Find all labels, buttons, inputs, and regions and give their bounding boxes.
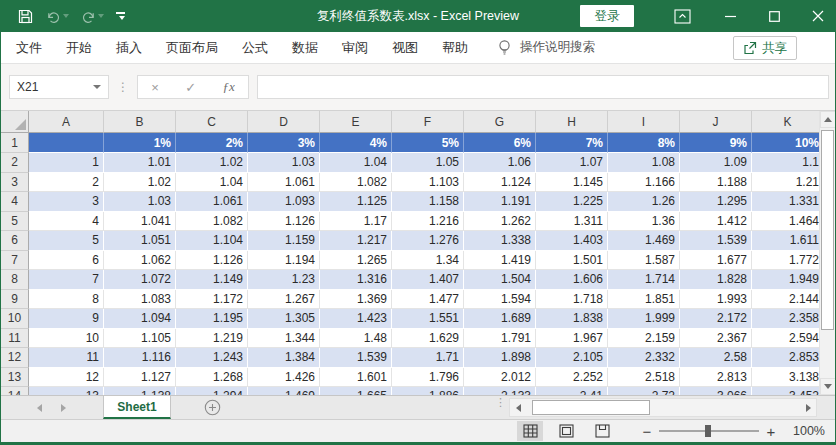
grid-cell-E12[interactable]: 1.539 <box>320 348 392 368</box>
grid-cell-C13[interactable]: 1.268 <box>176 368 248 388</box>
grid-cell-A9[interactable]: 8 <box>29 290 104 310</box>
name-box-dropdown-icon[interactable] <box>93 85 101 89</box>
grid-cell-H13[interactable]: 2.252 <box>536 368 608 388</box>
grid-cell-A12[interactable]: 11 <box>29 348 104 368</box>
grid-cell-A10[interactable]: 9 <box>29 309 104 329</box>
sheet-tab-sheet1[interactable]: Sheet1 <box>103 396 171 419</box>
enter-entry-icon[interactable]: ✓ <box>185 80 196 95</box>
grid-cell-B2[interactable]: 1.01 <box>104 153 176 173</box>
grid-cell-B13[interactable]: 1.127 <box>104 368 176 388</box>
grid-cell-D6[interactable]: 1.159 <box>248 231 320 251</box>
new-sheet-button[interactable] <box>204 399 221 416</box>
grid-cell-C3[interactable]: 1.04 <box>176 173 248 193</box>
grid-cell-H3[interactable]: 1.145 <box>536 173 608 193</box>
save-button[interactable] <box>13 3 38 29</box>
grid-cell-G5[interactable]: 1.262 <box>464 212 536 232</box>
grid-cell-J13[interactable]: 2.813 <box>680 368 752 388</box>
grid-cell-C2[interactable]: 1.02 <box>176 153 248 173</box>
grid-cell-I3[interactable]: 1.166 <box>608 173 680 193</box>
ribbon-tab-formulas[interactable]: 公式 <box>242 39 268 57</box>
grid-cell-G3[interactable]: 1.124 <box>464 173 536 193</box>
grid-cell-C11[interactable]: 1.219 <box>176 329 248 349</box>
tell-me-search[interactable]: 操作说明搜索 <box>497 39 595 56</box>
grid-cell-J12[interactable]: 2.58 <box>680 348 752 368</box>
column-header-F[interactable]: F <box>392 111 464 133</box>
grid-cell-I4[interactable]: 1.26 <box>608 192 680 212</box>
grid-cell-B14[interactable]: 1.138 <box>104 387 176 395</box>
grid-cell-I7[interactable]: 1.587 <box>608 251 680 271</box>
grid-cell-J2[interactable]: 1.09 <box>680 153 752 173</box>
next-sheet-button[interactable] <box>53 396 73 419</box>
grid-cell-C8[interactable]: 1.149 <box>176 270 248 290</box>
name-box[interactable]: X21 <box>9 75 109 99</box>
grid-cell-I12[interactable]: 2.332 <box>608 348 680 368</box>
ribbon-tab-insert[interactable]: 插入 <box>116 39 142 57</box>
ribbon-tab-page-layout[interactable]: 页面布局 <box>166 39 218 57</box>
column-header-I[interactable]: I <box>608 111 680 133</box>
ribbon-tab-view[interactable]: 视图 <box>392 39 418 57</box>
grid-cell-G12[interactable]: 1.898 <box>464 348 536 368</box>
grid-cell-A1[interactable] <box>29 133 104 153</box>
grid-cell-H1[interactable]: 7% <box>536 133 608 153</box>
grid-cell-C14[interactable]: 1.294 <box>176 387 248 395</box>
grid-cell-E2[interactable]: 1.04 <box>320 153 392 173</box>
grid-cell-B6[interactable]: 1.051 <box>104 231 176 251</box>
zoom-slider[interactable] <box>659 430 759 432</box>
grid-cell-E4[interactable]: 1.125 <box>320 192 392 212</box>
grid-cell-F1[interactable]: 5% <box>392 133 464 153</box>
row-header-3[interactable]: 3 <box>1 173 29 193</box>
grid-cell-D12[interactable]: 1.384 <box>248 348 320 368</box>
grid-cell-J1[interactable]: 9% <box>680 133 752 153</box>
row-header-10[interactable]: 10 <box>1 309 29 329</box>
row-header-2[interactable]: 2 <box>1 153 29 173</box>
grid-cell-B9[interactable]: 1.083 <box>104 290 176 310</box>
column-header-C[interactable]: C <box>176 111 248 133</box>
grid-cell-E1[interactable]: 4% <box>320 133 392 153</box>
grid-cell-J7[interactable]: 1.677 <box>680 251 752 271</box>
ribbon-tab-review[interactable]: 审阅 <box>342 39 368 57</box>
grid-cell-G13[interactable]: 2.012 <box>464 368 536 388</box>
grid-cell-G9[interactable]: 1.594 <box>464 290 536 310</box>
grid-cell-F7[interactable]: 1.34 <box>392 251 464 271</box>
page-layout-view-button[interactable] <box>553 421 579 441</box>
grid-cell-G4[interactable]: 1.191 <box>464 192 536 212</box>
grid-cell-G7[interactable]: 1.419 <box>464 251 536 271</box>
row-header-11[interactable]: 11 <box>1 329 29 349</box>
grid-cell-D4[interactable]: 1.093 <box>248 192 320 212</box>
grid-cell-F13[interactable]: 1.796 <box>392 368 464 388</box>
grid-cell-I14[interactable]: 2.72 <box>608 387 680 395</box>
grid-cell-H12[interactable]: 2.105 <box>536 348 608 368</box>
grid-cell-J6[interactable]: 1.539 <box>680 231 752 251</box>
grid-cell-F14[interactable]: 1.886 <box>392 387 464 395</box>
vertical-scrollbar[interactable] <box>819 111 835 395</box>
scroll-down-button[interactable] <box>820 378 835 395</box>
grid-cell-A14[interactable]: 13 <box>29 387 104 395</box>
grid-cell-K13[interactable]: 3.138 <box>752 368 819 388</box>
grid-cell-J4[interactable]: 1.295 <box>680 192 752 212</box>
grid-cell-A2[interactable]: 1 <box>29 153 104 173</box>
grid-cell-E8[interactable]: 1.316 <box>320 270 392 290</box>
grid-cell-D10[interactable]: 1.305 <box>248 309 320 329</box>
grid-cell-A4[interactable]: 3 <box>29 192 104 212</box>
grid-cell-E14[interactable]: 1.665 <box>320 387 392 395</box>
grid-cell-A5[interactable]: 4 <box>29 212 104 232</box>
grid-cell-G11[interactable]: 1.791 <box>464 329 536 349</box>
zoom-level[interactable]: 100% <box>783 420 825 442</box>
scroll-up-button[interactable] <box>820 111 835 128</box>
row-header-14[interactable]: 14 <box>1 387 29 395</box>
grid-cell-K8[interactable]: 1.949 <box>752 270 819 290</box>
page-break-preview-button[interactable] <box>589 421 615 441</box>
grid-cell-B4[interactable]: 1.03 <box>104 192 176 212</box>
grid-cell-F12[interactable]: 1.71 <box>392 348 464 368</box>
grid-cell-B1[interactable]: 1% <box>104 133 176 153</box>
grid-cell-E3[interactable]: 1.082 <box>320 173 392 193</box>
grid-cell-F4[interactable]: 1.158 <box>392 192 464 212</box>
normal-view-button[interactable] <box>517 421 543 441</box>
grid-cell-D8[interactable]: 1.23 <box>248 270 320 290</box>
grid-cell-H10[interactable]: 1.838 <box>536 309 608 329</box>
grid-cell-D9[interactable]: 1.267 <box>248 290 320 310</box>
grid-cell-K2[interactable]: 1.1 <box>752 153 819 173</box>
grid-cell-K10[interactable]: 2.358 <box>752 309 819 329</box>
grid-cell-A7[interactable]: 6 <box>29 251 104 271</box>
grid-cell-J3[interactable]: 1.188 <box>680 173 752 193</box>
